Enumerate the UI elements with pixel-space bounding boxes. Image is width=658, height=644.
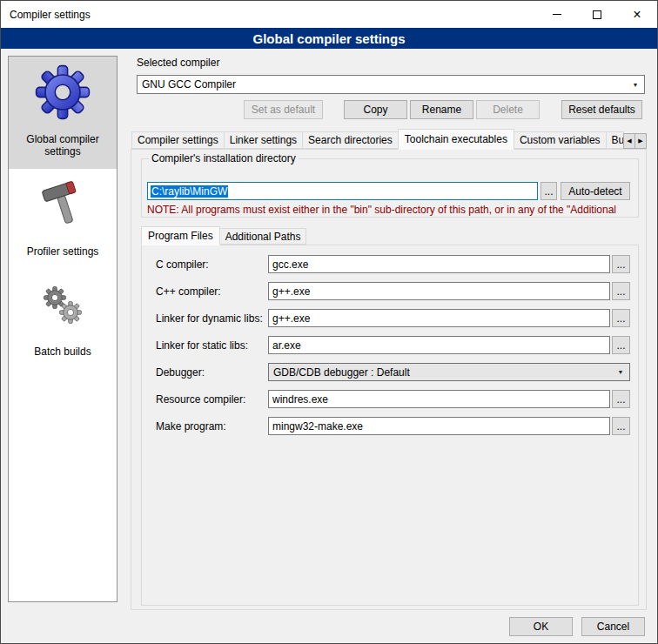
tab-scroll-left-button[interactable]: ◀: [623, 133, 635, 149]
ok-button[interactable]: OK: [509, 617, 573, 636]
program-files-page: C compiler: ... C++ compiler: ... Linker…: [141, 245, 639, 606]
c-compiler-browse-button[interactable]: ...: [612, 255, 630, 273]
dynamic-linker-browse-button[interactable]: ...: [612, 309, 630, 327]
page-title: Global compiler settings: [1, 28, 657, 49]
sidebar-item-label: Global compiler settings: [10, 133, 115, 158]
tab-additional-paths[interactable]: Additional Paths: [219, 228, 307, 245]
global-compiler-gear-icon: [35, 64, 91, 120]
caption-buttons: ×: [537, 1, 657, 28]
field-row-static-linker: Linker for static libs: ...: [156, 336, 630, 354]
dynamic-linker-input[interactable]: [268, 309, 610, 327]
copy-button[interactable]: Copy: [344, 100, 407, 119]
maximize-icon: [593, 10, 601, 19]
window-title: Compiler settings: [10, 9, 91, 21]
field-row-make-program: Make program: ...: [156, 417, 630, 435]
minimize-icon: [553, 14, 561, 15]
resource-compiler-label: Resource compiler:: [156, 393, 268, 406]
field-row-cpp-compiler: C++ compiler: ...: [156, 282, 630, 300]
auto-detect-button[interactable]: Auto-detect: [561, 182, 630, 200]
cpp-compiler-input[interactable]: [268, 282, 610, 300]
installation-directory-input[interactable]: C:\raylib\MinGW: [147, 182, 538, 200]
compiler-settings-window: Compiler settings × Global compiler sett…: [0, 0, 658, 644]
set-as-default-button[interactable]: Set as default: [244, 100, 323, 119]
reset-defaults-button[interactable]: Reset defaults: [561, 100, 642, 119]
settings-tabbar: Compiler settings Linker settings Search…: [131, 131, 648, 149]
dialog-footer: OK Cancel: [509, 617, 645, 636]
profiler-tool-icon: [37, 177, 89, 232]
installation-directory-group-title: Compiler's installation directory: [149, 152, 299, 164]
field-row-dynamic-linker: Linker for dynamic libs: ...: [156, 309, 630, 327]
tab-scroll-arrows: ◀ ▶: [623, 133, 647, 149]
tab-scroll-right-button[interactable]: ▶: [634, 133, 647, 149]
selected-text: C:\raylib\MinGW: [151, 185, 228, 198]
field-row-resource-compiler: Resource compiler: ...: [156, 390, 630, 408]
toolchain-executables-page: Compiler's installation directory C:\ray…: [131, 149, 647, 610]
tab-custom-variables[interactable]: Custom variables: [514, 131, 607, 149]
maximize-button[interactable]: [577, 1, 617, 28]
resource-compiler-input[interactable]: [268, 390, 610, 408]
rename-button[interactable]: Rename: [410, 100, 473, 119]
static-linker-browse-button[interactable]: ...: [612, 336, 630, 354]
delete-button[interactable]: Delete: [476, 100, 540, 119]
tab-toolchain-executables[interactable]: Toolchain executables: [398, 129, 514, 150]
chevron-down-icon: ▼: [613, 365, 628, 379]
debugger-label: Debugger:: [156, 366, 268, 379]
make-program-browse-button[interactable]: ...: [612, 417, 630, 435]
sidebar-item-label: Batch builds: [34, 345, 91, 358]
make-program-input[interactable]: [268, 417, 610, 435]
batch-builds-gears-icon: [35, 277, 91, 332]
tab-compiler-settings[interactable]: Compiler settings: [131, 131, 225, 149]
sidebar-item-global-compiler-settings[interactable]: Global compiler settings: [9, 57, 117, 169]
chevron-down-icon: ▼: [628, 77, 643, 92]
installation-directory-group: Compiler's installation directory C:\ray…: [141, 158, 639, 218]
sidebar-item-batch-builds[interactable]: Batch builds: [9, 269, 117, 369]
sidebar: Global compiler settings Profiler settin…: [8, 56, 118, 602]
installation-directory-browse-button[interactable]: ...: [540, 182, 557, 200]
close-button[interactable]: ×: [617, 1, 657, 28]
titlebar: Compiler settings ×: [1, 1, 657, 28]
compiler-button-row: Set as default Copy Rename Delete Reset …: [131, 100, 648, 119]
tab-linker-settings[interactable]: Linker settings: [224, 131, 303, 149]
note-text: NOTE: All programs must exist either in …: [147, 204, 637, 216]
tab-program-files[interactable]: Program Files: [141, 226, 220, 245]
cpp-compiler-browse-button[interactable]: ...: [612, 282, 630, 300]
c-compiler-input[interactable]: [268, 255, 610, 273]
compiler-select-value: GNU GCC Compiler: [142, 78, 236, 91]
cpp-compiler-label: C++ compiler:: [156, 285, 268, 298]
make-program-label: Make program:: [156, 420, 268, 433]
dynamic-linker-label: Linker for dynamic libs:: [156, 312, 268, 325]
tab-build-truncated[interactable]: Buil: [606, 131, 624, 149]
field-row-c-compiler: C compiler: ...: [156, 255, 630, 273]
tab-search-directories[interactable]: Search directories: [302, 131, 399, 149]
close-icon: ×: [633, 8, 641, 22]
debugger-select-value: GDB/CDB debugger : Default: [273, 366, 410, 379]
sidebar-item-label: Profiler settings: [27, 245, 99, 258]
c-compiler-label: C compiler:: [156, 258, 268, 271]
sidebar-item-profiler-settings[interactable]: Profiler settings: [9, 169, 117, 269]
installation-directory-row: C:\raylib\MinGW ... Auto-detect: [147, 182, 630, 200]
cancel-button[interactable]: Cancel: [581, 617, 645, 636]
program-files-tabbar: Program Files Additional Paths: [141, 226, 306, 245]
compiler-select[interactable]: GNU GCC Compiler ▼: [137, 75, 645, 94]
main-panel: Selected compiler GNU GCC Compiler ▼ Set…: [131, 51, 648, 610]
debugger-select[interactable]: GDB/CDB debugger : Default ▼: [268, 363, 630, 381]
resource-compiler-browse-button[interactable]: ...: [612, 390, 630, 408]
selected-compiler-label: Selected compiler: [137, 57, 648, 69]
static-linker-label: Linker for static libs:: [156, 339, 268, 352]
static-linker-input[interactable]: [268, 336, 610, 354]
field-row-debugger: Debugger: GDB/CDB debugger : Default ▼: [156, 363, 630, 381]
minimize-button[interactable]: [537, 1, 577, 28]
